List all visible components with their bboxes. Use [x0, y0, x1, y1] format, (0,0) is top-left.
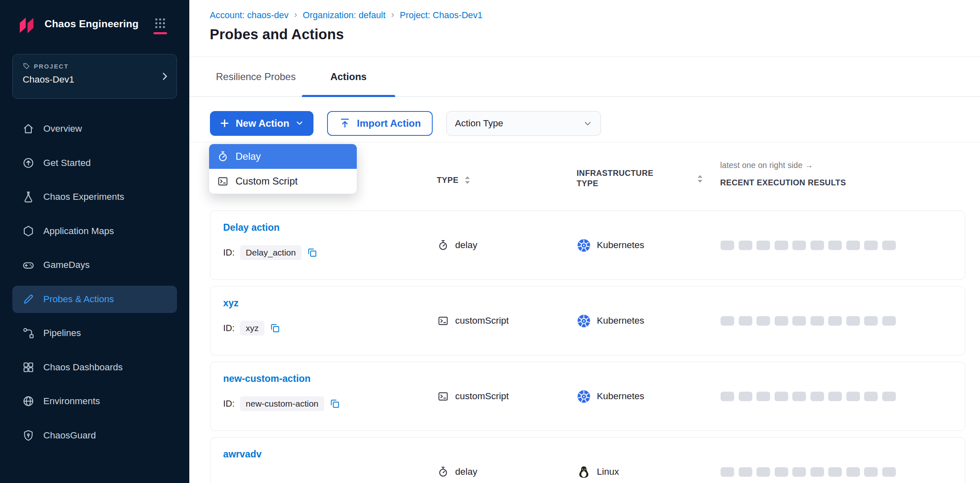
sidebar-item-label: Overview — [43, 123, 82, 134]
action-name-link[interactable]: awrvadv — [223, 449, 261, 460]
type-value: delay — [455, 466, 478, 477]
execution-result-placeholder — [775, 392, 788, 401]
copy-icon[interactable] — [307, 247, 318, 258]
execution-result-placeholder — [864, 241, 878, 250]
action-id-row: ID: new-custom-action — [223, 396, 340, 411]
sidebar-item-environments[interactable]: Environments — [12, 388, 177, 415]
action-type-select[interactable]: Action Type — [446, 111, 601, 136]
execution-result-placeholder — [721, 316, 734, 326]
globe-icon — [22, 395, 35, 408]
execution-result-placeholder — [792, 316, 806, 326]
sidebar-item-label: GameDays — [43, 260, 90, 270]
launch-icon — [22, 156, 35, 170]
execution-result-placeholder — [756, 467, 770, 477]
menu-item-label: Delay — [236, 151, 261, 162]
execution-result-placeholder — [739, 467, 752, 477]
execution-result-placeholder — [810, 316, 824, 326]
execution-result-placeholder — [882, 392, 896, 401]
recent-results-hint: latest one on right side → — [720, 161, 813, 170]
action-name-link[interactable]: new-custom-action — [223, 373, 311, 384]
id-label: ID: — [223, 323, 235, 334]
timer-icon — [437, 466, 449, 478]
table-row: Delay action ID: Delay_action delay Kube… — [210, 211, 966, 280]
action-type-selected-value: Action Type — [455, 118, 503, 129]
execution-result-placeholder — [864, 392, 878, 401]
table-row: xyz ID: xyz customScript Kubernetes — [210, 286, 966, 355]
menu-item-label: Custom Script — [236, 175, 298, 187]
execution-result-placeholder — [756, 392, 770, 401]
infrastructure-value: Kubernetes — [597, 315, 644, 326]
tag-icon — [23, 62, 30, 70]
execution-result-placeholder — [828, 316, 842, 326]
execution-result-placeholder — [828, 467, 842, 477]
action-name-link[interactable]: Delay action — [223, 222, 280, 233]
infrastructure-cell: Kubernetes — [577, 211, 644, 279]
execution-result-placeholder — [846, 467, 860, 477]
sidebar-item-get-started[interactable]: Get Started — [12, 149, 177, 177]
toolbar: New Action Import Action Action Type — [189, 97, 980, 142]
sidebar-item-chaos-dashboards[interactable]: Chaos Dashboards — [12, 354, 177, 381]
breadcrumb-account-link[interactable]: Account: chaos-dev — [210, 10, 289, 21]
infrastructure-cell: Linux — [577, 438, 619, 483]
execution-result-placeholder — [739, 316, 752, 326]
id-label: ID: — [223, 247, 235, 258]
id-chip: xyz — [240, 321, 264, 336]
execution-result-placeholder — [828, 392, 842, 401]
pipeline-icon — [22, 327, 35, 340]
copy-icon[interactable] — [270, 323, 280, 334]
id-chip: Delay_action — [240, 245, 301, 260]
breadcrumb-project-link[interactable]: Project: Chaos-Dev1 — [400, 10, 483, 21]
sidebar-item-label: Probes & Actions — [43, 294, 114, 305]
sidebar-item-chaosguard[interactable]: ChaosGuard — [12, 422, 177, 449]
timer-icon — [437, 239, 449, 251]
recent-execution-placeholders — [721, 241, 896, 250]
sidebar-item-application-maps[interactable]: Application Maps — [12, 218, 177, 245]
type-value: customScript — [455, 391, 509, 402]
execution-result-placeholder — [721, 467, 734, 477]
column-header-label: TYPE — [437, 175, 459, 185]
sidebar-item-pipelines[interactable]: Pipelines — [12, 320, 177, 347]
gamepad-icon — [22, 258, 35, 272]
sort-icon[interactable] — [464, 175, 471, 185]
tab-bar: Resilience Probes Actions — [189, 57, 980, 97]
sidebar-item-chaos-experiments[interactable]: Chaos Experiments — [12, 183, 177, 211]
app-title: Chaos Engineering — [45, 18, 139, 30]
sidebar-item-label: Chaos Dashboards — [43, 362, 123, 373]
new-action-button[interactable]: New Action — [210, 111, 313, 136]
column-header-type: TYPE — [437, 175, 471, 185]
tab-actions[interactable]: Actions — [302, 57, 395, 96]
execution-result-placeholder — [792, 467, 806, 477]
kubernetes-icon — [577, 390, 591, 403]
sidebar-item-probes-actions[interactable]: Probes & Actions — [12, 286, 177, 313]
breadcrumb-organization-link[interactable]: Organization: default — [303, 10, 386, 21]
project-selector[interactable]: PROJECT Chaos-Dev1 — [12, 54, 177, 99]
sidebar-item-label: Environments — [43, 396, 100, 407]
infrastructure-cell: Kubernetes — [577, 286, 644, 355]
sidebar-item-label: Chaos Experiments — [43, 192, 124, 202]
execution-result-placeholder — [882, 316, 896, 326]
dashboard-grid-icon — [22, 361, 35, 374]
breadcrumb-separator-icon: › — [294, 9, 297, 20]
type-cell: customScript — [437, 286, 509, 355]
module-switcher-button[interactable] — [153, 17, 167, 34]
menu-item-custom-script[interactable]: Custom Script — [209, 169, 357, 194]
copy-icon[interactable] — [330, 398, 340, 409]
import-icon — [339, 117, 351, 129]
import-action-button[interactable]: Import Action — [327, 111, 433, 136]
shield-lock-icon — [22, 429, 35, 442]
execution-result-placeholder — [882, 467, 896, 477]
script-icon — [437, 315, 449, 327]
breadcrumb: Account: chaos-dev › Organization: defau… — [210, 10, 980, 21]
sort-icon[interactable] — [697, 174, 704, 184]
execution-result-placeholder — [721, 392, 734, 401]
sidebar-item-gamedays[interactable]: GameDays — [12, 251, 177, 279]
execution-result-placeholder — [846, 392, 860, 401]
tab-resilience-probes[interactable]: Resilience Probes — [210, 57, 302, 96]
menu-item-delay[interactable]: Delay — [209, 144, 357, 169]
sidebar-item-overview[interactable]: Overview — [12, 115, 177, 142]
harness-logo-icon — [16, 14, 37, 38]
action-name-link[interactable]: xyz — [223, 298, 239, 309]
recent-execution-placeholders — [721, 467, 896, 477]
infrastructure-cell: Kubernetes — [577, 362, 644, 431]
linux-icon — [577, 465, 591, 479]
